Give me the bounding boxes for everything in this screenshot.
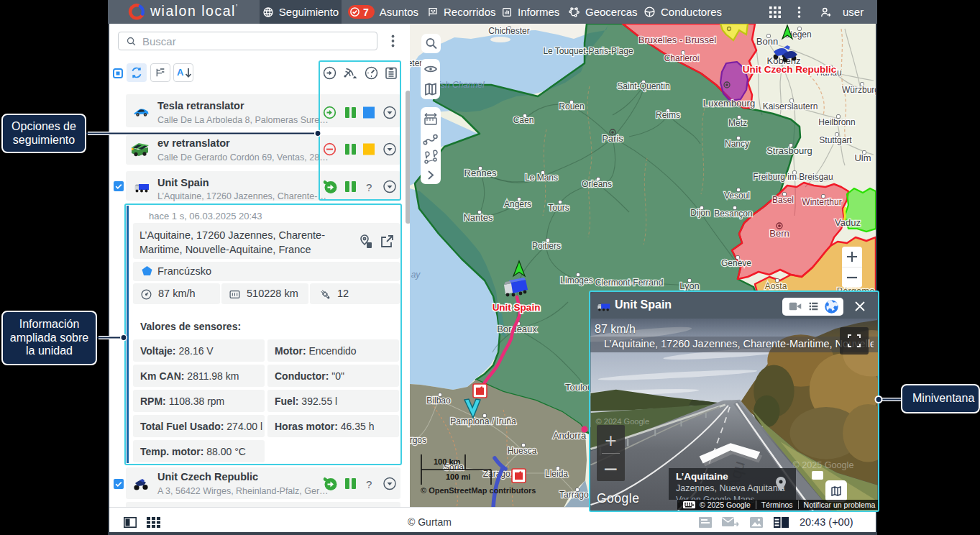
- svg-text:Vesoul: Vesoul: [724, 191, 750, 201]
- svg-text:Huesca: Huesca: [508, 446, 537, 456]
- svg-text:100 mi: 100 mi: [446, 472, 470, 481]
- svg-text:Bruxelles - Brussel: Bruxelles - Brussel: [638, 35, 716, 45]
- svg-text:Würzburg: Würzburg: [842, 85, 876, 95]
- svg-text:Unit Czech Republic: Unit Czech Republic: [743, 64, 837, 75]
- svg-text:Saint-Quentin: Saint-Quentin: [617, 81, 669, 91]
- svg-text:?: ?: [366, 478, 372, 490]
- svg-text:Ulm: Ulm: [854, 152, 871, 163]
- svg-text:Winterthur: Winterthur: [802, 197, 841, 207]
- svg-text:Genève: Genève: [721, 258, 751, 268]
- svg-text:Bilbao: Bilbao: [426, 395, 451, 406]
- svg-text:Limoges: Limoges: [560, 275, 592, 285]
- svg-text:Stuttgart: Stuttgart: [819, 135, 852, 145]
- svg-text:Pamplona / Iruña: Pamplona / Iruña: [450, 416, 516, 426]
- svg-text:Orléans: Orléans: [582, 179, 612, 189]
- svg-text:Le Mans: Le Mans: [525, 173, 558, 183]
- svg-text:Nantes: Nantes: [463, 212, 493, 223]
- svg-text:Lyon: Lyon: [679, 280, 700, 291]
- svg-text:© OpenStreetMap contributors: © OpenStreetMap contributors: [421, 486, 536, 495]
- svg-text:Exeter: Exeter: [410, 58, 422, 68]
- svg-text:Bordeaux: Bordeaux: [497, 324, 537, 334]
- svg-text:Rennes: Rennes: [464, 168, 497, 178]
- svg-text:Luxembourg: Luxembourg: [703, 98, 755, 109]
- svg-text:Chichester: Chichester: [488, 26, 529, 36]
- svg-text:Lleida: Lleida: [545, 469, 568, 479]
- svg-text:Andorra: Andorra: [553, 430, 587, 441]
- svg-text:Aosta: Aosta: [765, 281, 787, 291]
- svg-text:Charleroi: Charleroi: [664, 53, 700, 63]
- svg-text:Angers: Angers: [504, 199, 531, 209]
- svg-text:ay: ay: [411, 270, 421, 280]
- svg-text:100 km: 100 km: [434, 457, 461, 466]
- svg-text:Tours: Tours: [548, 203, 569, 213]
- svg-text:Caen: Caen: [513, 115, 534, 125]
- svg-text:Bern: Bern: [769, 228, 789, 239]
- svg-text:Poitiers: Poitiers: [532, 241, 561, 251]
- svg-text:Bonn: Bonn: [756, 36, 778, 47]
- svg-text:Heilbronn: Heilbronn: [818, 117, 855, 127]
- svg-text:Vaduz: Vaduz: [835, 217, 861, 228]
- svg-text:Paris: Paris: [602, 133, 623, 144]
- svg-text:Freiburg im Breisgau: Freiburg im Breisgau: [753, 172, 833, 182]
- svg-text:Burgos: Burgos: [410, 435, 426, 445]
- svg-text:Basel: Basel: [772, 195, 794, 205]
- svg-text:Le Touquet-Paris-Plage: Le Touquet-Paris-Plage: [543, 46, 633, 56]
- svg-text:Nancy: Nancy: [725, 139, 749, 149]
- svg-text:Reims: Reims: [656, 110, 680, 120]
- svg-text:Rouen: Rouen: [559, 101, 584, 111]
- svg-text:Dijon: Dijon: [690, 208, 710, 218]
- svg-text:Unit Spain: Unit Spain: [493, 302, 541, 313]
- svg-text:Clermont-Ferrand: Clermont-Ferrand: [595, 278, 664, 288]
- svg-text:Kaiserslautern: Kaiserslautern: [763, 101, 818, 111]
- svg-text:Strasbourg: Strasbourg: [766, 145, 812, 156]
- svg-text:Besançon: Besançon: [714, 209, 752, 219]
- svg-text:Metz: Metz: [728, 118, 747, 128]
- svg-text:© 2025 Google: © 2025 Google: [793, 460, 854, 470]
